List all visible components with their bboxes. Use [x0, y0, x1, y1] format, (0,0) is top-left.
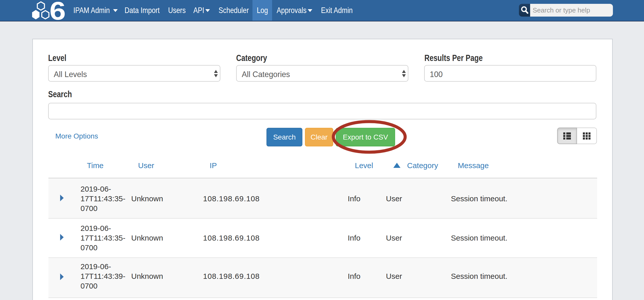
svg-text:6: 6 [49, 1, 66, 21]
